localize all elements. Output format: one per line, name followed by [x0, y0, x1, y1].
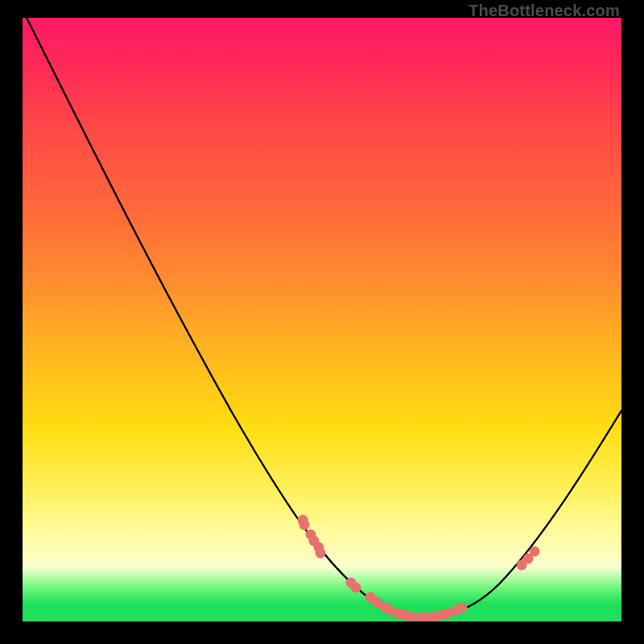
data-point — [530, 547, 540, 557]
plot-area — [23, 18, 621, 621]
data-point — [299, 520, 310, 530]
data-point — [351, 583, 361, 593]
data-point — [316, 548, 326, 559]
data-point — [406, 612, 416, 622]
marker-group — [298, 515, 540, 622]
chart-frame: TheBottleneck.com — [0, 0, 644, 644]
bottleneck-curve — [23, 18, 621, 618]
data-point — [457, 603, 468, 613]
curve-layer — [23, 18, 621, 621]
